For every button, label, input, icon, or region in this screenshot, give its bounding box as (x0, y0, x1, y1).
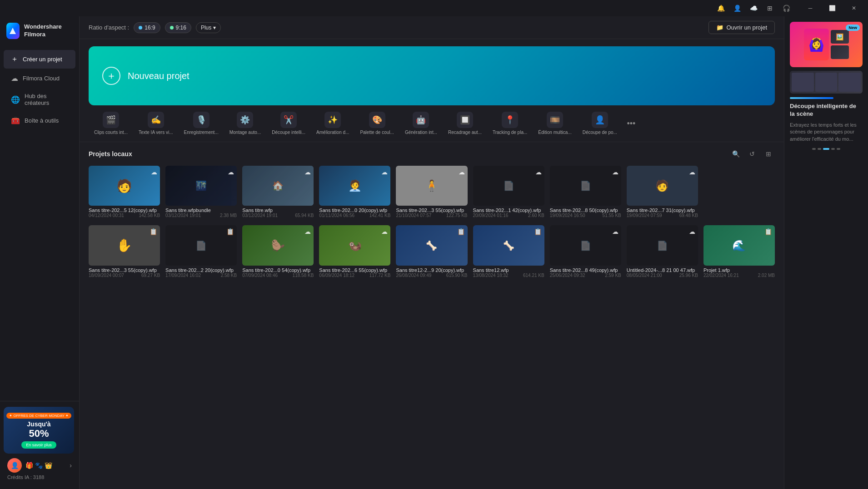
notifications-icon[interactable]: 🔔 (714, 2, 727, 15)
dot-2[interactable] (818, 148, 821, 150)
feature-enreg-icon: 🎙️ (193, 112, 210, 128)
feature-edition-multi[interactable]: 🎞️ Édition multica... (533, 109, 577, 138)
project-meta-5: 20/09/2024 01:16 2.60 KB (473, 213, 544, 218)
project-card-3[interactable]: 🧑‍💼 ☁ Sans titre-202...0 20(copy).wfp 01… (319, 166, 390, 220)
project-info-4: Sans titre-202...3 55(copy).wfp 21/10/20… (396, 206, 467, 220)
gift-icon[interactable]: 🎁 (25, 462, 33, 469)
minimize-button[interactable]: ─ (800, 2, 821, 15)
project-date-2: 03/12/2024 19:01 (242, 213, 278, 218)
project-meta-10: 07/09/2024 08:46 118.58 KB (242, 273, 314, 278)
project-card-13[interactable]: 🦴 📋 Sans titre12.wfp 13/08/2024 18:32 61… (473, 225, 544, 279)
refresh-projects-button[interactable]: ↺ (746, 148, 758, 160)
project-card-11[interactable]: 🦦 ☁ Sans titre-202...6 55(copy).wfp 06/0… (319, 225, 390, 279)
feature-amelioration[interactable]: ✨ Amélioration d... (311, 109, 354, 138)
account-icon[interactable]: 👤 (731, 2, 743, 15)
view-toggle-button[interactable]: ⊞ (762, 148, 775, 160)
project-card-5[interactable]: 📄 ☁ Sans titre-202...1 42(copy).wfp 20/0… (473, 166, 544, 220)
sidebar-item-hub[interactable]: 🌐 Hub des créateurs (4, 88, 75, 111)
promo-btn[interactable]: En savoir plus (21, 441, 56, 449)
user-bar: 👤 🎁 🐾 👑 › (4, 454, 75, 474)
project-meta-15: 08/05/2024 21:00 25.96 KB (627, 273, 698, 278)
headset-icon[interactable]: 🎧 (780, 2, 793, 15)
project-card-6[interactable]: 📄 ☁ Sans titre-202...8 50(copy).wfp 19/0… (550, 166, 621, 220)
project-info-11: Sans titre-202...6 55(copy).wfp 06/09/20… (319, 266, 390, 280)
maximize-button[interactable]: ⬜ (822, 2, 843, 15)
topbar: Ratio d'aspect : 16:9 9:16 Plus ▾ 📁 Ouvr… (80, 16, 784, 39)
project-thumb-5: 📄 ☁ (473, 166, 544, 206)
search-projects-button[interactable]: 🔍 (729, 148, 742, 160)
feature-generation[interactable]: 🤖 Génération int... (399, 109, 443, 138)
projects-header: Projets locaux 🔍 ↺ ⊞ (89, 148, 775, 160)
sidebar-item-tools-label: Boîte à outils (25, 117, 59, 124)
feature-recadrage[interactable]: 🔲 Recadrage aut... (443, 109, 487, 138)
feature-decoupe-po[interactable]: 👤 Découpe de po... (577, 109, 623, 138)
feature-palette-label: Palette de coul... (360, 130, 394, 135)
feature-edition-label: Édition multica... (538, 130, 571, 135)
cloud-icon[interactable]: ☁️ (747, 2, 760, 15)
project-card-16[interactable]: 🌊 📋 Projet 1.wfp 22/02/2024 16:21 2.02 M… (703, 225, 775, 279)
upload-icon-0: ☁ (151, 168, 157, 176)
sidebar-item-cloud[interactable]: ☁ Filmora Cloud (4, 69, 75, 87)
feature-more-button[interactable]: ••• (624, 115, 638, 132)
feature-enregistrement[interactable]: 🎙️ Enregistrement... (179, 109, 224, 138)
cloud-sidebar-icon: ☁ (11, 74, 18, 83)
ratio-16-9-button[interactable]: 16:9 (134, 22, 160, 33)
side-panel-thumbnail2 (790, 71, 863, 94)
new-project-banner[interactable]: ＋ Nouveau projet (89, 46, 775, 105)
upload-icon-9: 📋 (226, 228, 234, 235)
project-card-12[interactable]: 🦴 📋 Sans titre12-2...9 20(copy).wfp 26/0… (396, 225, 467, 279)
user-actions: 🎁 🐾 👑 (25, 462, 52, 469)
upload-icon-3: ☁ (381, 168, 388, 176)
promo-banner[interactable]: ✦ OFFRES DE CYBER MONDAY ✦ Jusqu'à 50% E… (4, 407, 74, 454)
feature-palette[interactable]: 🎨 Palette de coul... (354, 109, 399, 138)
projects-section: Projets locaux 🔍 ↺ ⊞ 🧑 ☁ Sans titre-202.… (80, 142, 784, 489)
project-meta-7: 19/09/2024 07:59 69.48 KB (627, 213, 698, 218)
dot-4[interactable] (831, 148, 835, 150)
feature-clips-courts[interactable]: 🎬 Clips courts int... (89, 109, 133, 138)
new-project-inner: ＋ Nouveau projet (102, 67, 190, 85)
sidebar-item-tools[interactable]: 🧰 Boîte à outils (4, 112, 75, 129)
feature-montage-auto[interactable]: ⚙️ Montage auto... (224, 109, 267, 138)
project-card-7[interactable]: 🧑 ☁ Sans titre-202...7 31(copy).wfp 19/0… (627, 166, 698, 220)
feature-decoupe-intelli[interactable]: ✂️ Découpe intelli... (266, 109, 311, 138)
project-thumb-8: ✋ 📋 (89, 225, 160, 265)
crown-icon[interactable]: 👑 (45, 462, 52, 469)
project-card-14[interactable]: 📄 ☁ Sans titre-202...8 49(copy).wfp 25/0… (550, 225, 621, 279)
project-card-10[interactable]: 🦫 ☁ Sans titre-202...0 54(copy).wfp 07/0… (242, 225, 314, 279)
dot-3-active[interactable] (823, 148, 829, 150)
sidebar-item-create[interactable]: ＋ Créer un projet (4, 50, 75, 69)
project-meta-0: 04/12/2024 00:31 142.58 KB (89, 213, 160, 218)
project-card-9[interactable]: 📄 📋 Sans titre-202...2 20(copy).wfp 17/0… (165, 225, 237, 279)
grid-icon[interactable]: ⊞ (763, 2, 776, 15)
project-size-10: 118.58 KB (293, 273, 314, 278)
project-date-0: 04/12/2024 00:31 (89, 213, 124, 218)
feature-texte-ia[interactable]: ✍️ Texte IA vers vi... (133, 109, 179, 138)
footprint-icon[interactable]: 🐾 (35, 462, 43, 469)
project-card-2[interactable]: 🏠 ☁ Sans titre.wfp 03/12/2024 19:01 65.9… (242, 166, 314, 220)
feature-texte-label: Texte IA vers vi... (139, 130, 173, 135)
ratio-more-button[interactable]: Plus ▾ (196, 22, 221, 33)
project-name-4: Sans titre-202...3 55(copy).wfp (396, 207, 467, 213)
project-card-4[interactable]: 🧍 ☁ Sans titre-202...3 55(copy).wfp 21/1… (396, 166, 467, 220)
expand-sidebar-button[interactable]: › (70, 462, 72, 469)
project-date-4: 21/10/2024 07:57 (396, 213, 431, 218)
user-avatar[interactable]: 👤 (7, 458, 22, 473)
upload-icon-13: 📋 (534, 228, 542, 235)
project-card-1[interactable]: 🌃 ☁ Sans titre.wfpbundle 03/12/2024 19:0… (165, 166, 237, 220)
close-button[interactable]: ✕ (843, 2, 864, 15)
dot-5[interactable] (837, 148, 840, 150)
project-card-0[interactable]: 🧑 ☁ Sans titre-202...5 12(copy).wfp 04/1… (89, 166, 160, 220)
feature-edition-icon: 🎞️ (547, 112, 563, 128)
project-card-8[interactable]: ✋ 📋 Sans titre-202...3 55(copy).wfp 18/0… (89, 225, 160, 279)
project-meta-11: 06/09/2024 18:12 117.72 KB (319, 273, 390, 278)
project-card-15[interactable]: 📄 ☁ Untitled-2024-...8 21 00 47.wfp 08/0… (627, 225, 698, 279)
feature-tracking[interactable]: 📍 Tracking de pla... (487, 109, 533, 138)
ratio-9-16-button[interactable]: 9:16 (165, 22, 191, 33)
feature-clips-label: Clips courts int... (94, 130, 128, 135)
project-thumb-11: 🦦 ☁ (319, 225, 390, 265)
project-info-8: Sans titre-202...3 55(copy).wfp 18/09/20… (89, 266, 160, 280)
open-project-button[interactable]: 📁 Ouvrir un projet (708, 21, 775, 34)
project-size-5: 2.60 KB (528, 213, 544, 218)
dot-1[interactable] (812, 148, 816, 150)
project-thumb-14: 📄 ☁ (550, 225, 621, 265)
